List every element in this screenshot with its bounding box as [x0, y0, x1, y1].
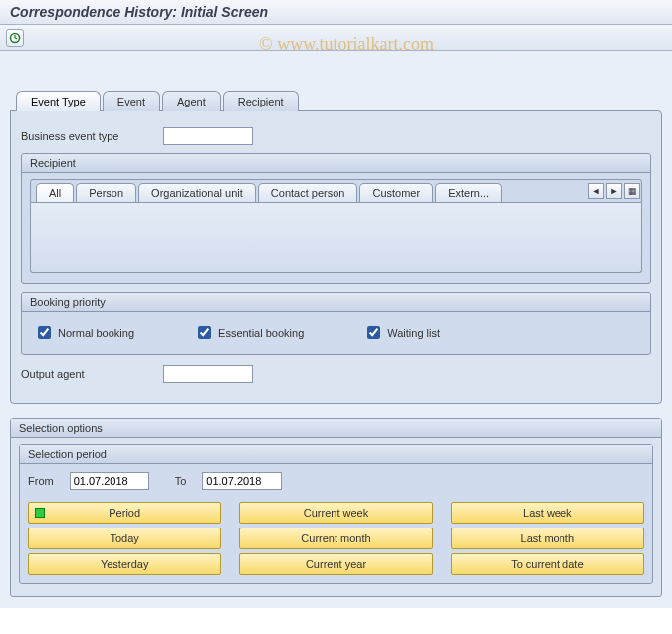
app-toolbar — [0, 25, 672, 51]
tab-list-icon[interactable]: ▦ — [624, 183, 640, 199]
normal-booking-option[interactable]: Normal booking — [34, 323, 134, 342]
essential-booking-option[interactable]: Essential booking — [194, 323, 304, 342]
current-week-button[interactable]: Current week — [239, 502, 432, 524]
tab-event[interactable]: Event — [103, 91, 160, 111]
recipient-group-title: Recipient — [22, 154, 650, 173]
selection-period-title: Selection period — [20, 445, 652, 464]
recipient-tab-all[interactable]: All — [36, 183, 74, 202]
output-agent-label: Output agent — [21, 368, 155, 380]
selection-options-group: Selection options Selection period From … — [10, 418, 662, 597]
recipient-tab-orgunit[interactable]: Organizational unit — [138, 183, 256, 202]
recipient-tab-content — [30, 203, 642, 273]
yesterday-button[interactable]: Yesterday — [28, 553, 221, 575]
waiting-list-option[interactable]: Waiting list — [363, 323, 440, 342]
recipient-tab-customer[interactable]: Customer — [359, 183, 433, 202]
tab-scroll-left-icon[interactable]: ◄ — [588, 183, 604, 199]
page-title-text: Correspondence History: Initial Screen — [10, 4, 268, 20]
to-current-date-button[interactable]: To current date — [451, 553, 644, 575]
period-buttons: Period Current week Last week Today Curr… — [28, 502, 644, 575]
tab-scroll-right-icon[interactable]: ► — [606, 183, 622, 199]
tab-event-type[interactable]: Event Type — [16, 91, 101, 111]
work-area: Event Type Event Agent Recipient Busines… — [0, 51, 672, 608]
to-label: To — [175, 475, 187, 487]
from-label: From — [28, 475, 54, 487]
selection-options-title: Selection options — [11, 419, 661, 438]
last-week-button[interactable]: Last week — [451, 502, 644, 524]
waiting-list-checkbox[interactable] — [367, 326, 380, 339]
tab-agent[interactable]: Agent — [162, 91, 221, 111]
page-title: Correspondence History: Initial Screen — [0, 0, 672, 25]
tab-recipient[interactable]: Recipient — [223, 91, 299, 111]
recipient-tabs: All Person Organizational unit Contact p… — [30, 179, 642, 203]
from-date-input[interactable] — [70, 472, 149, 490]
normal-booking-checkbox[interactable] — [38, 326, 51, 339]
waiting-list-label: Waiting list — [387, 327, 440, 339]
tab-panel-event-type: Business event type Recipient All Person… — [10, 110, 662, 404]
period-button-label: Period — [109, 507, 140, 519]
output-agent-input[interactable] — [163, 365, 253, 383]
main-tabs: Event Type Event Agent Recipient — [10, 91, 662, 111]
last-month-button[interactable]: Last month — [451, 528, 644, 549]
selection-period-group: Selection period From To Period — [19, 444, 653, 584]
active-indicator-icon — [35, 508, 45, 518]
essential-booking-checkbox[interactable] — [198, 326, 211, 339]
recipient-tab-contact[interactable]: Contact person — [258, 183, 358, 202]
period-button[interactable]: Period — [28, 502, 221, 524]
current-year-button[interactable]: Current year — [239, 553, 432, 575]
current-month-button[interactable]: Current month — [239, 528, 432, 549]
recipient-group: Recipient All Person Organizational unit… — [21, 153, 651, 284]
recipient-tab-external[interactable]: Extern... — [435, 183, 502, 202]
business-event-type-label: Business event type — [21, 130, 155, 142]
booking-priority-title: Booking priority — [22, 293, 650, 312]
recipient-tab-person[interactable]: Person — [76, 183, 136, 202]
normal-booking-label: Normal booking — [58, 327, 134, 339]
essential-booking-label: Essential booking — [218, 327, 304, 339]
to-date-input[interactable] — [202, 472, 282, 490]
execute-icon[interactable] — [6, 29, 24, 47]
today-button[interactable]: Today — [28, 528, 221, 549]
business-event-type-input[interactable] — [163, 127, 253, 145]
booking-priority-group: Booking priority Normal booking Essentia… — [21, 292, 651, 355]
